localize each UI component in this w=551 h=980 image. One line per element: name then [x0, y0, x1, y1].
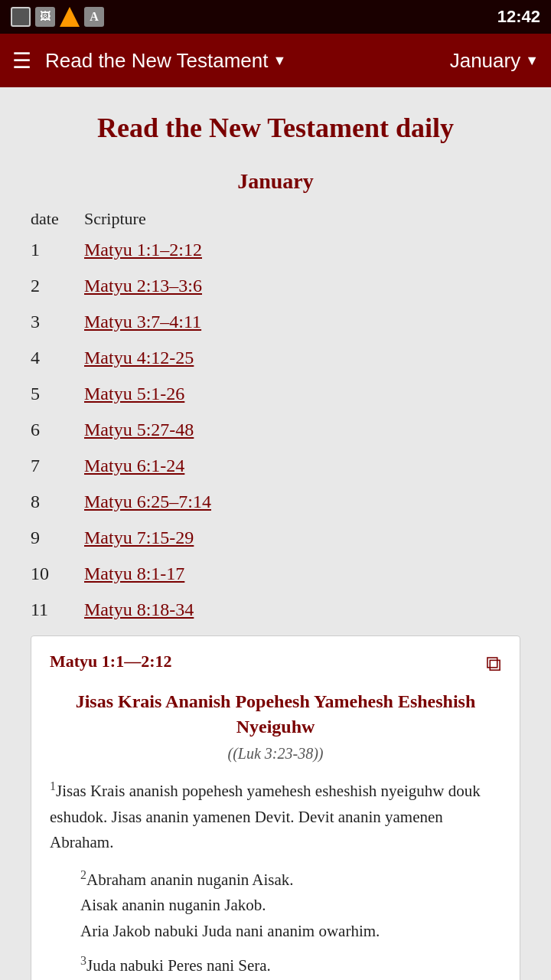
page-title: Read the New Testament daily	[31, 110, 520, 146]
nav-title-text: Read the New Testament	[45, 49, 268, 73]
col-scripture-header: Scripture	[84, 206, 520, 232]
screen-icon	[11, 7, 31, 27]
verse2-line1: Abraham ananin nuganin Aisak.	[86, 871, 294, 889]
table-row: 5 Matyu 5:1-26	[31, 376, 520, 412]
row-date: 11	[31, 592, 84, 628]
scripture-link[interactable]: Matyu 6:1-24	[84, 456, 184, 475]
month-heading: January	[31, 169, 520, 194]
warning-icon	[60, 7, 80, 27]
verse2-num: 2	[80, 868, 86, 881]
verse3-line1: Juda nabuki Peres nani Sera.	[86, 956, 271, 975]
scripture-link[interactable]: Matyu 1:1–2:12	[84, 240, 202, 260]
nav-month-arrow: ▼	[525, 53, 539, 69]
status-time: 12:42	[497, 7, 540, 27]
scripture-link[interactable]: Matyu 5:27-48	[84, 420, 194, 439]
verse1-num: 1	[50, 779, 56, 792]
nav-month-text: January	[450, 49, 521, 73]
nav-title-arrow: ▼	[272, 53, 286, 69]
nav-month[interactable]: January ▼	[450, 49, 539, 73]
scripture-link[interactable]: Matyu 7:15-29	[84, 528, 194, 547]
main-content: Read the New Testament daily January dat…	[0, 87, 551, 980]
row-date: 3	[31, 304, 84, 340]
row-date: 7	[31, 448, 84, 484]
row-scripture: Matyu 4:12-25	[84, 340, 520, 376]
scripture-verse2: 2Abraham ananin nuganin Aisak. Aisak ana…	[80, 865, 501, 945]
row-scripture: Matyu 5:1-26	[84, 376, 520, 412]
row-scripture: Matyu 6:1-24	[84, 448, 520, 484]
scripture-verse3: 3Juda nabuki Peres nani Sera. Amamik ama…	[80, 951, 501, 980]
scripture-ref: Matyu 1:1—2:12	[50, 652, 171, 671]
verse2-line3: Aria Jakob nabuki Juda nani ananim owarh…	[80, 922, 380, 940]
status-icons: 🖼 A	[11, 7, 104, 27]
row-date: 2	[31, 268, 84, 304]
reading-table: date Scripture 1 Matyu 1:1–2:12 2 Matyu …	[31, 206, 520, 628]
scripture-link[interactable]: Matyu 3:7–4:11	[84, 312, 201, 332]
scripture-panel-header: Matyu 1:1—2:12 ⧉	[50, 652, 501, 677]
row-date: 8	[31, 484, 84, 520]
font-icon: A	[84, 7, 104, 27]
scripture-panel: Matyu 1:1—2:12 ⧉ Jisas Krais Ananish Pop…	[31, 635, 520, 980]
row-date: 6	[31, 412, 84, 448]
row-date: 9	[31, 520, 84, 556]
row-scripture: Matyu 7:15-29	[84, 520, 520, 556]
image-icon: 🖼	[35, 7, 55, 27]
verse3-num: 3	[80, 954, 86, 967]
verse2-line2: Aisak ananin nuganin Jakob.	[80, 896, 266, 914]
row-scripture: Matyu 3:7–4:11	[84, 304, 520, 340]
scripture-link[interactable]: Matyu 8:18-34	[84, 599, 194, 619]
row-scripture: Matyu 1:1–2:12	[84, 232, 520, 268]
status-bar: 🖼 A 12:42	[0, 0, 551, 34]
row-date: 1	[31, 232, 84, 268]
row-date: 5	[31, 376, 84, 412]
table-row: 8 Matyu 6:25–7:14	[31, 484, 520, 520]
table-row: 2 Matyu 2:13–3:6	[31, 268, 520, 304]
scripture-section-title: Jisas Krais Ananish Popehesh Yamehesh Es…	[50, 689, 501, 740]
table-row: 4 Matyu 4:12-25	[31, 340, 520, 376]
table-row: 6 Matyu 5:27-48	[31, 412, 520, 448]
row-date: 4	[31, 340, 84, 376]
scripture-link[interactable]: Matyu 5:1-26	[84, 384, 184, 403]
row-scripture: Matyu 8:1-17	[84, 556, 520, 592]
nav-title[interactable]: Read the New Testament ▼	[45, 49, 286, 73]
scripture-link[interactable]: Matyu 6:25–7:14	[84, 492, 211, 511]
scripture-cross-ref: ((Luk 3:23-38))	[50, 745, 501, 763]
scripture-link[interactable]: Matyu 2:13–3:6	[84, 276, 202, 296]
table-row: 7 Matyu 6:1-24	[31, 448, 520, 484]
scripture-link[interactable]: Matyu 4:12-25	[84, 348, 194, 368]
external-link-icon[interactable]: ⧉	[486, 652, 501, 677]
table-row: 11 Matyu 8:18-34	[31, 592, 520, 628]
table-row: 3 Matyu 3:7–4:11	[31, 304, 520, 340]
row-scripture: Matyu 8:18-34	[84, 592, 520, 628]
row-scripture: Matyu 5:27-48	[84, 412, 520, 448]
scripture-link[interactable]: Matyu 8:1-17	[84, 564, 184, 583]
table-row: 10 Matyu 8:1-17	[31, 556, 520, 592]
table-row: 9 Matyu 7:15-29	[31, 520, 520, 556]
col-date-header: date	[31, 206, 84, 232]
navbar: ☰ Read the New Testament ▼ January ▼	[0, 34, 551, 87]
row-scripture: Matyu 2:13–3:6	[84, 268, 520, 304]
table-header-row: date Scripture	[31, 206, 520, 232]
scripture-verse1: 1Jisas Krais ananish popehesh yamehesh e…	[50, 776, 501, 856]
table-row: 1 Matyu 1:1–2:12	[31, 232, 520, 268]
row-scripture: Matyu 6:25–7:14	[84, 484, 520, 520]
menu-button[interactable]: ☰	[12, 48, 31, 74]
verse1-text: Jisas Krais ananish popehesh yamehesh es…	[50, 782, 481, 851]
row-date: 10	[31, 556, 84, 592]
